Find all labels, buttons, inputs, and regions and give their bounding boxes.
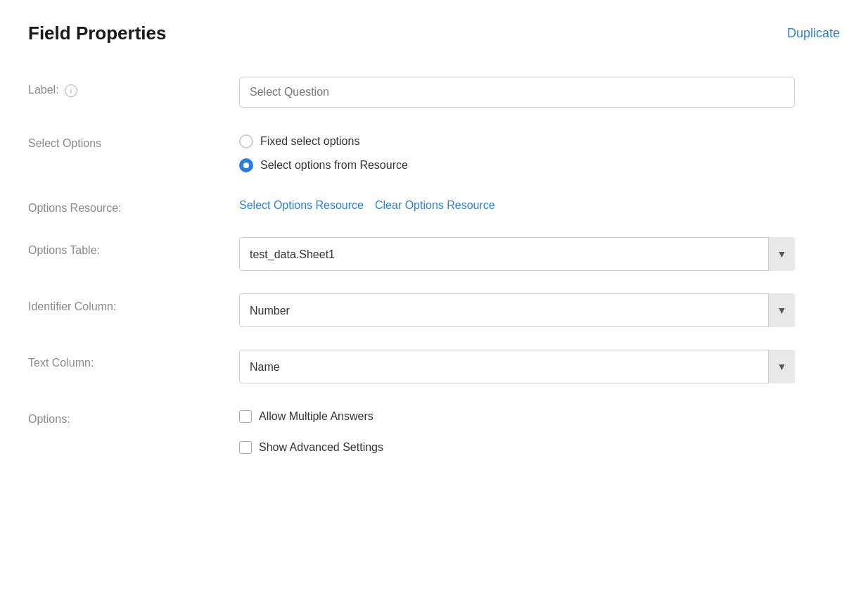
text-column-label: Text Column: — [28, 350, 239, 369]
duplicate-link[interactable]: Duplicate — [787, 26, 840, 41]
options-label-text: Options: — [28, 413, 70, 425]
text-column-select[interactable]: Name — [239, 350, 795, 383]
label-row: Label: i — [28, 77, 840, 108]
label-input[interactable] — [239, 77, 795, 108]
options-table-label: Options Table: — [28, 237, 239, 257]
checkbox-multiple-answers-box — [239, 410, 252, 423]
options-control: Allow Multiple Answers Show Advanced Set… — [239, 406, 840, 454]
identifier-column-select[interactable]: Number — [239, 293, 795, 327]
label-field-control — [239, 77, 840, 108]
options-table-control: test_data.Sheet1 ▼ — [239, 237, 840, 271]
select-options-row: Select Options Fixed select options Sele… — [28, 130, 840, 172]
radio-fixed-label: Fixed select options — [260, 135, 359, 148]
options-table-label-text: Options Table: — [28, 244, 100, 256]
options-resource-label: Options Resource: — [28, 195, 239, 215]
radio-resource-option[interactable]: Select options from Resource — [239, 158, 840, 172]
options-resource-control: Select Options Resource Clear Options Re… — [239, 195, 840, 212]
options-resource-links: Select Options Resource Clear Options Re… — [239, 195, 840, 212]
radio-fixed-circle — [239, 134, 253, 148]
text-column-control: Name ▼ — [239, 350, 840, 383]
options-table-select[interactable]: test_data.Sheet1 — [239, 237, 795, 271]
checkbox-advanced-settings-label: Show Advanced Settings — [259, 441, 383, 454]
page-title: Field Properties — [28, 23, 167, 44]
select-options-resource-link[interactable]: Select Options Resource — [239, 199, 364, 212]
checkbox-multiple-answers-label: Allow Multiple Answers — [259, 410, 374, 423]
radio-resource-label: Select options from Resource — [260, 159, 408, 172]
options-label: Options: — [28, 406, 239, 426]
label-field-label: Label: i — [28, 77, 239, 97]
label-text: Label: — [28, 84, 59, 96]
identifier-column-select-wrapper: Number ▼ — [239, 293, 795, 327]
page-header: Field Properties Duplicate — [28, 23, 840, 44]
identifier-column-control: Number ▼ — [239, 293, 840, 327]
identifier-column-row: Identifier Column: Number ▼ — [28, 293, 840, 327]
clear-options-resource-link[interactable]: Clear Options Resource — [375, 199, 495, 212]
text-column-row: Text Column: Name ▼ — [28, 350, 840, 383]
options-table-select-wrapper: test_data.Sheet1 ▼ — [239, 237, 795, 271]
info-icon: i — [65, 84, 77, 97]
identifier-column-label-text: Identifier Column: — [28, 300, 116, 312]
form-body: Label: i Select Options Fixed select opt… — [28, 70, 840, 454]
checkbox-multiple-answers[interactable]: Allow Multiple Answers — [239, 410, 840, 423]
options-table-row: Options Table: test_data.Sheet1 ▼ — [28, 237, 840, 271]
options-row: Options: Allow Multiple Answers Show Adv… — [28, 406, 840, 454]
radio-resource-circle — [239, 158, 253, 172]
checkbox-advanced-settings[interactable]: Show Advanced Settings — [239, 441, 840, 454]
radio-fixed-option[interactable]: Fixed select options — [239, 134, 840, 148]
checkbox-group: Allow Multiple Answers Show Advanced Set… — [239, 406, 840, 454]
options-resource-row: Options Resource: Select Options Resourc… — [28, 195, 840, 215]
radio-group: Fixed select options Select options from… — [239, 130, 840, 172]
checkbox-advanced-settings-box — [239, 441, 252, 454]
text-column-select-wrapper: Name ▼ — [239, 350, 795, 383]
select-options-label-text: Select Options — [28, 137, 101, 149]
select-options-control: Fixed select options Select options from… — [239, 130, 840, 172]
text-column-label-text: Text Column: — [28, 357, 94, 369]
options-resource-label-text: Options Resource: — [28, 202, 122, 214]
select-options-label: Select Options — [28, 130, 239, 150]
identifier-column-label: Identifier Column: — [28, 293, 239, 313]
